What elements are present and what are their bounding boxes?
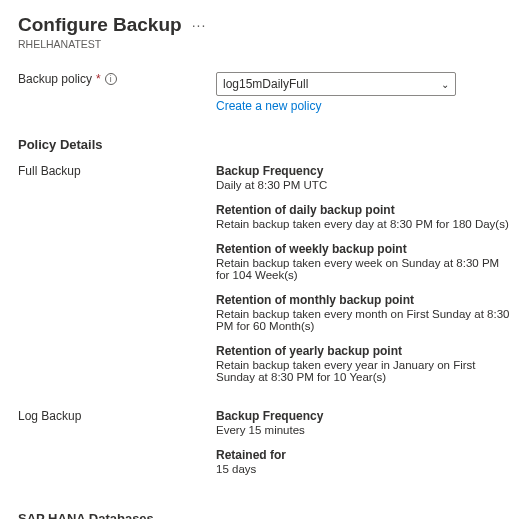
yearly-ret-title: Retention of yearly backup point <box>216 344 512 358</box>
databases-heading: SAP HANA Databases <box>18 511 512 519</box>
chevron-down-icon: ⌄ <box>441 79 449 90</box>
log-freq-title: Backup Frequency <box>216 409 512 423</box>
backup-policy-value: log15mDailyFull <box>223 77 308 91</box>
weekly-ret-title: Retention of weekly backup point <box>216 242 512 256</box>
monthly-ret-title: Retention of monthly backup point <box>216 293 512 307</box>
log-backup-label: Log Backup <box>18 409 216 487</box>
required-marker: * <box>96 72 101 86</box>
more-icon[interactable]: ··· <box>192 17 207 33</box>
resource-name: RHELHANATEST <box>18 38 512 50</box>
daily-ret-text: Retain backup taken every day at 8:30 PM… <box>216 218 512 230</box>
yearly-ret-text: Retain backup taken every year in Januar… <box>216 359 512 383</box>
log-freq-text: Every 15 minutes <box>216 424 512 436</box>
weekly-ret-text: Retain backup taken every week on Sunday… <box>216 257 512 281</box>
full-backup-label: Full Backup <box>18 164 216 395</box>
full-freq-text: Daily at 8:30 PM UTC <box>216 179 512 191</box>
create-policy-link[interactable]: Create a new policy <box>216 99 321 113</box>
log-ret-text: 15 days <box>216 463 512 475</box>
monthly-ret-text: Retain backup taken every month on First… <box>216 308 512 332</box>
backup-policy-label: Backup policy * i <box>18 72 216 86</box>
info-icon[interactable]: i <box>105 73 117 85</box>
daily-ret-title: Retention of daily backup point <box>216 203 512 217</box>
log-ret-title: Retained for <box>216 448 512 462</box>
full-freq-title: Backup Frequency <box>216 164 512 178</box>
backup-policy-select[interactable]: log15mDailyFull ⌄ <box>216 72 456 96</box>
policy-details-heading: Policy Details <box>18 137 512 152</box>
page-title: Configure Backup <box>18 14 182 36</box>
